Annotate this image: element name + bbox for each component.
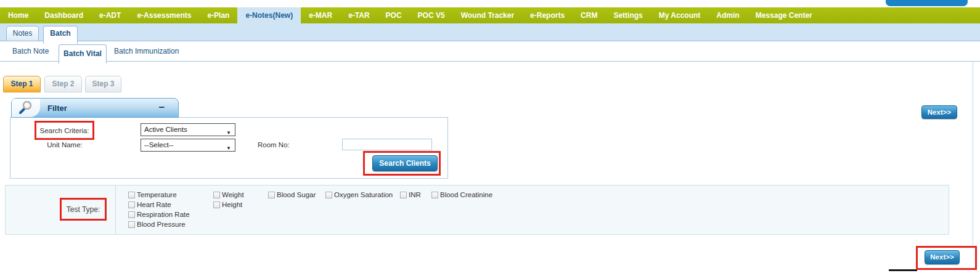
test-type-column-3: Blood Sugar	[268, 190, 316, 200]
dropdown-arrow-icon: ▼	[226, 127, 231, 139]
tab-notes[interactable]: Notes	[6, 26, 39, 41]
checkbox-label: Weight	[222, 191, 244, 198]
nav-item-admin[interactable]: Admin	[708, 7, 747, 23]
dropdown-arrow-icon: ▼	[226, 142, 231, 154]
tab-step-1[interactable]: Step 1	[3, 76, 41, 92]
checkbox-label: Blood Creatinine	[440, 191, 492, 198]
nav-item-poc-v5[interactable]: POC V5	[410, 7, 453, 23]
nav-item-e-tar[interactable]: e-TAR	[340, 7, 377, 23]
test-type-column-2: Weight Height	[213, 190, 244, 210]
tab-batch-note[interactable]: Batch Note	[12, 47, 49, 55]
nav-item-crm[interactable]: CRM	[573, 7, 605, 23]
next-button-top[interactable]: Next>>	[921, 105, 957, 119]
checkbox-label: Temperature	[137, 191, 177, 198]
unit-name-label: Unit Name:	[37, 141, 92, 149]
batch-subtabs: Batch Note Batch Vital Batch Immunizatio…	[0, 41, 980, 62]
checkbox-icon[interactable]	[128, 221, 135, 228]
checkbox-temperature[interactable]: Temperature	[128, 190, 190, 200]
checkbox-icon[interactable]	[431, 192, 438, 198]
tab-batch-immunization[interactable]: Batch Immunization	[114, 47, 179, 55]
nav-item-e-plan[interactable]: e-Plan	[199, 7, 237, 23]
nav-item-my-account[interactable]: My Account	[651, 7, 709, 23]
test-type-section: Temperature Heart Rate Respiration Rate …	[5, 185, 949, 235]
checkbox-label: Height	[222, 201, 242, 208]
checkbox-blood-creatinine[interactable]: Blood Creatinine	[431, 190, 492, 200]
checkbox-label: Blood Pressure	[137, 221, 186, 228]
room-no-label: Room No:	[258, 141, 290, 149]
checkbox-icon[interactable]	[128, 192, 135, 198]
tab-batch-vital[interactable]: Batch Vital	[59, 44, 107, 63]
nav-item-dashboard[interactable]: Dashboard	[36, 7, 91, 23]
nav-item-e-mar[interactable]: e-MAR	[301, 7, 340, 23]
checkbox-label: Heart Rate	[137, 201, 171, 208]
nav-item-wound-tracker[interactable]: Wound Tracker	[453, 7, 522, 23]
nav-item-e-reports[interactable]: e-Reports	[522, 7, 573, 23]
room-no-input[interactable]	[342, 139, 432, 150]
nav-item-message-center[interactable]: Message Center	[748, 7, 820, 23]
checkbox-heart-rate[interactable]: Heart Rate	[128, 200, 190, 210]
checkbox-icon[interactable]	[268, 192, 275, 198]
search-criteria-value: Active Clients	[144, 126, 187, 133]
nav-item-home[interactable]: Home	[0, 7, 36, 23]
checkbox-icon[interactable]	[128, 202, 135, 208]
checkbox-icon[interactable]	[325, 192, 332, 198]
nav-item-settings[interactable]: Settings	[605, 7, 650, 23]
checkbox-label: Respiration Rate	[137, 211, 190, 218]
cutoff-top-button[interactable]	[886, 0, 968, 6]
checkbox-blood-pressure[interactable]: Blood Pressure	[128, 219, 190, 229]
test-type-column-5: INR	[400, 190, 421, 200]
checkbox-respiration-rate[interactable]: Respiration Rate	[128, 210, 190, 219]
black-underline-mark	[889, 269, 917, 271]
app-window: Home Dashboard e-ADT e-Assessments e-Pla…	[0, 0, 980, 273]
nav-item-e-adt[interactable]: e-ADT	[91, 7, 129, 23]
checkbox-icon[interactable]	[213, 192, 220, 198]
checkbox-icon[interactable]	[128, 211, 135, 218]
checkbox-blood-sugar[interactable]: Blood Sugar	[268, 190, 316, 200]
main-navigation: Home Dashboard e-ADT e-Assessments e-Pla…	[0, 7, 980, 23]
checkbox-label: INR	[409, 191, 421, 198]
test-type-column-4: Oxygen Saturation	[325, 190, 393, 200]
checkbox-height[interactable]: Height	[213, 200, 244, 210]
unit-name-value: --Select--	[144, 141, 173, 149]
content-right-border	[973, 62, 973, 245]
test-type-column-6: Blood Creatinine	[431, 190, 492, 200]
tab-batch[interactable]: Batch	[43, 26, 78, 44]
checkbox-inr[interactable]: INR	[400, 190, 421, 200]
tab-step-2[interactable]: Step 2	[44, 76, 82, 92]
checkbox-label: Blood Sugar	[277, 191, 316, 198]
checkbox-oxygen-saturation[interactable]: Oxygen Saturation	[325, 190, 393, 200]
checkbox-icon[interactable]	[400, 192, 407, 198]
collapse-minus-icon[interactable]: –	[159, 101, 165, 113]
search-clients-button[interactable]: Search Clients	[372, 155, 438, 171]
nav-item-e-notes-new[interactable]: e-Notes(New)	[237, 7, 301, 23]
filter-title: Filter	[47, 104, 67, 113]
next-button-bottom[interactable]: Next>>	[925, 250, 960, 264]
tab-step-3[interactable]: Step 3	[85, 76, 121, 92]
search-criteria-dropdown[interactable]: Active Clients ▼	[141, 123, 235, 136]
unit-name-dropdown[interactable]: --Select-- ▼	[141, 139, 235, 152]
checkbox-weight[interactable]: Weight	[213, 190, 244, 200]
checkbox-label: Oxygen Saturation	[334, 191, 393, 198]
test-type-divider	[115, 185, 116, 234]
filter-header: Filter –	[11, 98, 179, 118]
search-magnifier-icon	[12, 99, 40, 117]
checkbox-icon[interactable]	[213, 202, 220, 208]
notes-batch-tabstrip: Notes Batch	[0, 23, 980, 41]
test-type-column-1: Temperature Heart Rate Respiration Rate …	[128, 190, 190, 229]
nav-item-e-assessments[interactable]: e-Assessments	[129, 7, 199, 23]
nav-item-poc[interactable]: POC	[378, 7, 410, 23]
